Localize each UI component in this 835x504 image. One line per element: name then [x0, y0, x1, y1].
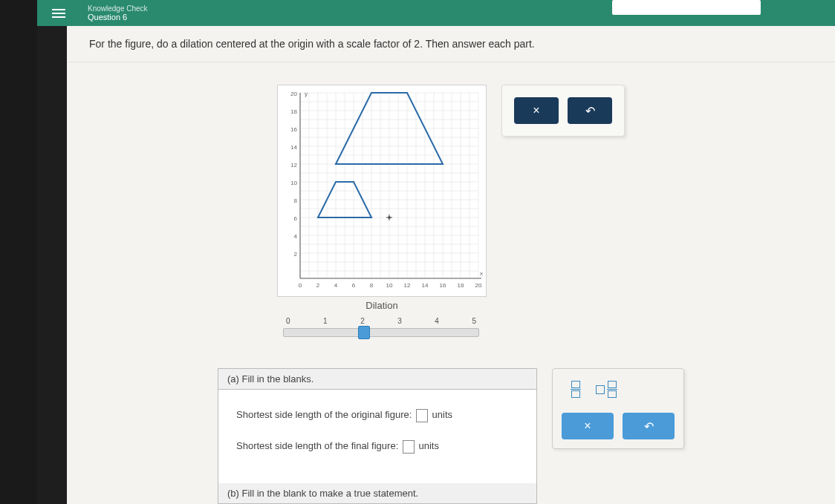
svg-text:4: 4 [294, 233, 298, 240]
svg-text:20: 20 [290, 91, 297, 97]
part-a-header: (a) Fill in the blanks. [218, 369, 536, 390]
svg-text:6: 6 [294, 215, 298, 222]
question-prompt: For the figure, do a dilation centered a… [67, 26, 835, 62]
header-input-area[interactable] [612, 0, 761, 15]
svg-point-69 [389, 217, 391, 219]
svg-text:18: 18 [290, 108, 297, 115]
part-b-header: (b) Fill in the blank to make a true sta… [218, 483, 536, 504]
svg-text:18: 18 [458, 282, 464, 289]
svg-text:6: 6 [352, 282, 356, 289]
svg-text:8: 8 [370, 282, 374, 289]
tool-reset-button[interactable]: ↶ [623, 413, 675, 439]
svg-text:16: 16 [290, 126, 297, 133]
mixed-fraction-icon[interactable] [596, 381, 617, 398]
dilation-slider[interactable] [283, 328, 479, 337]
part-a-line1-pre: Shortest side length of the original fig… [236, 409, 412, 420]
slider-scale: 0 1 2 3 4 5 [283, 317, 479, 325]
svg-text:8: 8 [294, 197, 298, 204]
hamburger-menu-icon[interactable] [52, 9, 65, 18]
svg-text:x: x [480, 270, 483, 277]
dilation-slider-label: Dilation [277, 300, 487, 311]
svg-text:10: 10 [290, 180, 297, 186]
svg-text:10: 10 [386, 282, 393, 289]
svg-text:y: y [305, 91, 308, 97]
svg-text:2: 2 [294, 251, 298, 258]
part-a-line2-post: units [419, 440, 439, 451]
x-icon: × [533, 104, 539, 117]
part-a-line1-post: units [432, 409, 452, 420]
final-length-input[interactable] [403, 440, 415, 454]
slider-thumb[interactable] [358, 326, 370, 339]
svg-text:0: 0 [299, 282, 302, 289]
reset-button[interactable]: ↶ [568, 97, 612, 124]
svg-text:12: 12 [290, 162, 297, 168]
svg-text:14: 14 [422, 282, 429, 289]
graph-action-panel: × ↶ [501, 85, 625, 137]
svg-text:12: 12 [404, 282, 411, 289]
tool-clear-button[interactable]: × [562, 413, 614, 439]
header-title: Question 6 [88, 13, 148, 22]
svg-text:2: 2 [316, 282, 320, 289]
input-tool-panel: × ↶ [552, 368, 684, 449]
x-icon: × [584, 419, 591, 433]
svg-text:20: 20 [475, 282, 482, 289]
svg-text:14: 14 [290, 144, 297, 151]
fraction-icon[interactable] [571, 381, 581, 398]
original-length-input[interactable] [416, 409, 428, 422]
left-edge-strip [37, 0, 67, 504]
svg-text:4: 4 [334, 282, 338, 289]
header-subtitle: Knowledge Check [88, 4, 148, 13]
undo-icon: ↶ [644, 419, 654, 433]
clear-button[interactable]: × [514, 97, 559, 124]
answer-box: (a) Fill in the blanks. Shortest side le… [218, 368, 537, 504]
coordinate-graph[interactable]: 2018161412108642 02468101214161820 [277, 85, 487, 297]
part-a-line2-pre: Shortest side length of the final figure… [236, 440, 398, 451]
undo-icon: ↶ [585, 104, 595, 118]
svg-text:16: 16 [440, 282, 446, 289]
app-header: Knowledge Check Question 6 [37, 0, 835, 26]
